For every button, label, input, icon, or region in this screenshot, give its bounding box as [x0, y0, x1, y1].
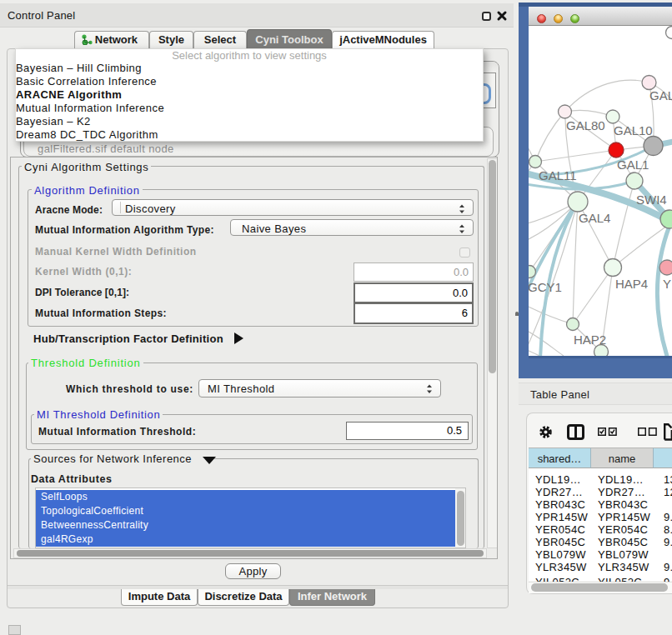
svg-text:GAL: GAL [649, 88, 672, 102]
svg-text:GAL11: GAL11 [539, 168, 577, 182]
svg-text:SWI4: SWI4 [636, 192, 667, 207]
svg-text:GAL10: GAL10 [614, 123, 653, 138]
svg-text:GAL1: GAL1 [617, 158, 649, 172]
svg-text:GCY1: GCY1 [529, 280, 562, 294]
svg-text:GAL4: GAL4 [579, 211, 610, 225]
svg-text:Y: Y [663, 277, 671, 291]
svg-text:GAL80: GAL80 [566, 118, 605, 132]
svg-text:HAP4: HAP4 [615, 277, 648, 291]
svg-text:HAP2: HAP2 [574, 332, 606, 347]
